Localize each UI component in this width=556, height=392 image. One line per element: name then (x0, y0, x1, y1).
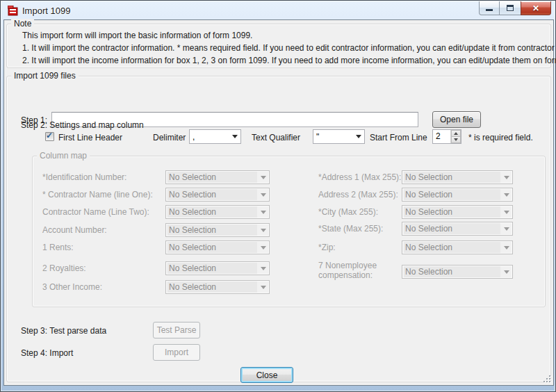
address1-select[interactable]: No Selection (402, 170, 513, 184)
text-qualifier-select[interactable]: " (313, 129, 365, 144)
delimiter-select[interactable]: , (189, 129, 241, 144)
delimiter-value: , (190, 132, 229, 142)
close-icon: ✕ (532, 4, 539, 13)
step4-label: Step 4: Import (21, 348, 73, 359)
state-select[interactable]: No Selection (402, 222, 513, 236)
field-label: *City (Max 255): (318, 207, 378, 217)
first-line-header-label: First Line Header (58, 133, 122, 143)
chevron-down-icon[interactable] (352, 130, 364, 143)
note-line-1: This import form will import the basic i… (22, 31, 252, 41)
field-label: Address 2 (Max 255): (318, 190, 398, 199)
import-files-group: Import 1099 files Step 1: Open file Step… (6, 76, 551, 382)
start-from-line-label: Start From Line (370, 133, 427, 143)
spinner-up-button[interactable] (451, 130, 461, 137)
app-icon (8, 6, 19, 16)
test-parse-button-label: Test Parse (157, 325, 197, 335)
close-button-label: Close (256, 370, 278, 380)
contractor-name-two-select[interactable]: No Selection (165, 205, 270, 219)
text-qualifier-value: " (313, 132, 352, 142)
account-number-select[interactable]: No Selection (165, 223, 270, 237)
chevron-down-icon (500, 222, 512, 235)
field-label: Account Number: (42, 225, 107, 235)
chevron-down-icon (257, 224, 269, 236)
import-1099-window: Import 1099 ✕ Note This import form will… (0, 0, 556, 392)
checkmark-icon: ✓ (46, 131, 53, 140)
other-income-select[interactable]: No Selection (165, 280, 270, 294)
royalties-select[interactable]: No Selection (165, 261, 270, 275)
chevron-down-icon (454, 138, 458, 141)
open-file-button-label: Open file (440, 115, 473, 124)
chevron-down-icon (257, 241, 269, 254)
rents-select[interactable]: No Selection (165, 240, 270, 254)
nonemployee-compensation-select[interactable]: No Selection (402, 265, 513, 279)
chevron-down-icon (500, 188, 512, 201)
chevron-down-icon (257, 206, 269, 218)
minimize-icon (486, 9, 493, 11)
column-map-group: Column map *Identification Number: No Se… (32, 156, 546, 307)
resize-grip[interactable] (543, 375, 551, 383)
dialog-client-area: Note This import form will import the ba… (4, 20, 553, 385)
field-label: 7 Nonemployee compensation: (318, 261, 400, 280)
start-from-line-stepper[interactable]: 2 (432, 129, 461, 144)
chevron-down-icon (257, 171, 269, 183)
import-button-label: Import (165, 348, 188, 357)
required-field-note: * is required field. (468, 133, 533, 143)
chevron-down-icon (500, 241, 512, 254)
field-label: *State (Max 255): (318, 224, 383, 234)
chevron-down-icon (500, 171, 512, 183)
step3-label: Step 3: Test parse data (21, 326, 106, 336)
test-parse-button[interactable]: Test Parse (153, 322, 200, 338)
text-qualifier-label: Text Qualifier (252, 133, 300, 143)
spinner-down-button[interactable] (451, 137, 461, 143)
chevron-down-icon (500, 206, 512, 218)
field-label: *Identification Number: (42, 172, 126, 182)
field-label: *Address 1 (Max 255): (318, 172, 401, 182)
identification-number-select[interactable]: No Selection (165, 170, 270, 184)
note-group: Note This import form will import the ba… (6, 24, 551, 68)
close-window-button[interactable]: ✕ (521, 1, 551, 15)
note-group-legend: Note (11, 19, 34, 28)
field-label: 3 Other Income: (42, 282, 102, 292)
field-label: * Contractor Name (line One): (42, 190, 153, 199)
chevron-down-icon[interactable] (229, 130, 240, 143)
column-map-legend: Column map (37, 151, 90, 161)
city-select[interactable]: No Selection (402, 205, 513, 219)
first-line-header-checkbox[interactable]: ✓ (45, 132, 54, 141)
delimiter-label: Delimiter (153, 133, 186, 143)
note-line-2: 1. It will import the contractor informa… (22, 43, 556, 54)
import-files-group-legend: Import 1099 files (11, 71, 79, 81)
field-label: 1 Rents: (42, 243, 74, 252)
field-label: Contractor Name (Line Two): (42, 207, 149, 217)
chevron-down-icon (500, 266, 512, 278)
minimize-button[interactable] (479, 1, 500, 15)
title-bar[interactable]: Import 1099 ✕ (1, 1, 555, 20)
open-file-button[interactable]: Open file (432, 111, 481, 128)
address2-select[interactable]: No Selection (402, 188, 513, 202)
chevron-down-icon (257, 281, 269, 293)
close-button[interactable]: Close (240, 367, 293, 383)
chevron-down-icon (257, 262, 269, 275)
zip-select[interactable]: No Selection (402, 240, 513, 254)
note-line-3: 2. It will import the income information… (22, 56, 556, 66)
chevron-up-icon (454, 132, 458, 135)
contractor-name-one-select[interactable]: No Selection (165, 188, 270, 202)
chevron-down-icon (257, 188, 269, 201)
maximize-icon (507, 5, 514, 11)
step2-label: Step 2: Settings and map column (21, 120, 144, 131)
field-label: 2 Royalties: (42, 263, 86, 273)
import-button[interactable]: Import (153, 344, 200, 361)
field-label: *Zip: (318, 243, 336, 252)
start-from-line-value: 2 (433, 130, 450, 143)
maximize-button[interactable] (500, 1, 521, 15)
window-title: Import 1099 (22, 6, 70, 16)
